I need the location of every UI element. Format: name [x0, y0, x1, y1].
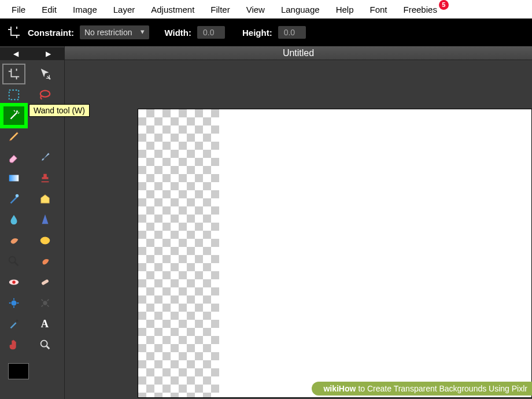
- menu-image[interactable]: Image: [65, 1, 105, 18]
- menu-help[interactable]: Help: [328, 1, 362, 18]
- move-tool[interactable]: [35, 65, 56, 83]
- pencil-tool[interactable]: [3, 127, 24, 146]
- svg-point-13: [41, 341, 47, 347]
- wikihow-banner: wikiHow to Create Transparent Background…: [312, 382, 532, 396]
- redeye-tool[interactable]: [3, 273, 24, 291]
- banner-how: How: [339, 384, 356, 393]
- brush-tool[interactable]: [35, 148, 56, 167]
- sponge-tool[interactable]: [35, 231, 56, 250]
- constraint-label: Constraint:: [28, 28, 74, 38]
- height-input[interactable]: 0.0: [278, 26, 306, 39]
- width-input[interactable]: 0.0: [197, 26, 225, 39]
- document-title-bar[interactable]: Untitled: [65, 46, 532, 60]
- spot-heal-tool[interactable]: [35, 273, 56, 291]
- svg-point-4: [40, 237, 50, 245]
- gradient-tool[interactable]: [3, 169, 24, 187]
- lasso-tool[interactable]: [35, 86, 56, 104]
- constraint-select[interactable]: No restriction: [80, 25, 149, 39]
- svg-text:A: A: [41, 318, 49, 330]
- svg-point-9: [11, 300, 16, 305]
- pinch-tool[interactable]: [35, 294, 56, 312]
- stamp-tool[interactable]: [35, 169, 56, 187]
- menu-freebies[interactable]: Freebies 5: [396, 1, 448, 18]
- height-label: Height:: [242, 28, 272, 38]
- menu-freebies-label: Freebies: [404, 5, 437, 14]
- menu-bar: File Edit Image Layer Adjustment Filter …: [0, 0, 532, 19]
- eraser-tool[interactable]: [3, 148, 24, 167]
- menu-file[interactable]: File: [3, 1, 34, 18]
- blur-tool[interactable]: [3, 210, 24, 229]
- wand-tooltip: Wand tool (W): [29, 104, 90, 117]
- type-tool[interactable]: A: [35, 315, 56, 333]
- svg-rect-8: [41, 279, 49, 285]
- sharpen-tool[interactable]: [35, 210, 56, 229]
- sidebar-nav: ◀ ▶: [0, 47, 64, 60]
- tool-sidebar: ◀ ▶: [0, 46, 65, 399]
- hand-tool[interactable]: [3, 335, 24, 354]
- transparent-region: [138, 109, 219, 397]
- colorpicker-tool[interactable]: [3, 315, 24, 333]
- svg-point-5: [9, 257, 16, 263]
- wand-tool[interactable]: [3, 106, 24, 125]
- smudge-tool[interactable]: [3, 231, 24, 250]
- banner-rest: to Create Transparent Backgrounds Using …: [358, 384, 527, 393]
- svg-rect-2: [9, 175, 19, 182]
- marquee-tool[interactable]: [3, 86, 24, 104]
- menu-font[interactable]: Font: [362, 1, 396, 18]
- workspace: ◀ ▶: [0, 46, 532, 399]
- burn-tool[interactable]: [35, 252, 56, 271]
- crop-options-icon: [7, 25, 21, 39]
- svg-rect-0: [9, 90, 19, 100]
- crop-tool[interactable]: [3, 65, 24, 83]
- canvas[interactable]: [138, 109, 532, 398]
- width-label: Width:: [164, 28, 191, 38]
- freebies-badge: 5: [439, 0, 449, 10]
- menu-language[interactable]: Language: [273, 1, 328, 18]
- options-bar: Constraint: No restriction Width: 0.0 He…: [0, 19, 532, 46]
- svg-point-7: [12, 280, 16, 284]
- svg-point-3: [16, 194, 19, 198]
- foreground-color-swatch[interactable]: [8, 363, 29, 379]
- svg-point-10: [43, 301, 47, 305]
- banner-wiki: wiki: [323, 384, 338, 393]
- svg-point-1: [40, 91, 50, 97]
- dodge-tool[interactable]: [3, 252, 24, 271]
- menu-layer[interactable]: Layer: [105, 1, 143, 18]
- nav-left-icon[interactable]: ◀: [13, 50, 19, 58]
- svg-point-11: [16, 320, 19, 322]
- bloat-tool[interactable]: [3, 294, 24, 312]
- color-swatch-area: [0, 359, 64, 384]
- menu-adjustment[interactable]: Adjustment: [143, 1, 202, 18]
- menu-view[interactable]: View: [238, 1, 273, 18]
- menu-edit[interactable]: Edit: [34, 1, 65, 18]
- menu-filter[interactable]: Filter: [202, 1, 238, 18]
- canvas-area: Untitled wikiHow to Create Transparent B…: [65, 46, 532, 399]
- zoom-tool[interactable]: [35, 335, 56, 354]
- draw-tool[interactable]: [35, 190, 56, 208]
- nav-right-icon[interactable]: ▶: [46, 50, 51, 58]
- color-replace-tool[interactable]: [3, 190, 24, 208]
